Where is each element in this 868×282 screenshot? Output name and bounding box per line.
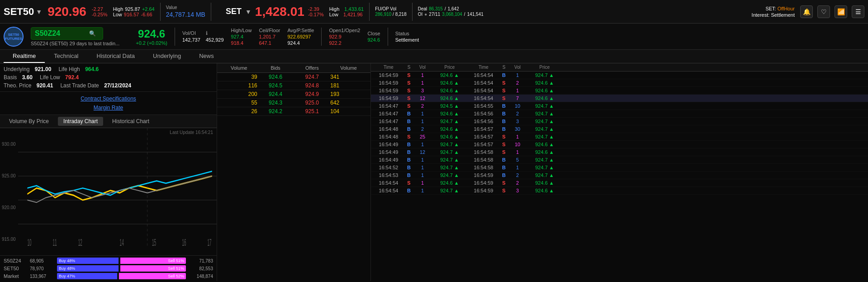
divider1 [160,3,161,21]
open-lbl: Open1/Open2 [329,28,360,33]
tl-side1: S [404,80,413,86]
set-change-block: -2.39 -0.17% [308,6,324,17]
oi-label: OI [418,12,423,17]
tl-qty1: 2 [413,103,432,109]
center-price-block: 924.6 +0.2 (+0.02%) [136,28,167,46]
contract-spec-link[interactable]: Contract Specifications [81,96,136,102]
svg-text:16: 16 [182,237,186,248]
tl-price2: 924.6 ▲ [526,180,563,186]
set-dropdown[interactable]: ▼ [245,8,251,15]
vol-sell-s50z24: 71,783 [190,258,213,263]
tab-historical[interactable]: Historical Data [88,50,144,63]
open1-val: 922.9 [329,34,360,39]
margin-rate-link[interactable]: Margin Rate [94,105,123,111]
tl-price1: 924.6 ▲ [432,126,468,132]
vol-bar-market: Buy 47% Sell 52% [57,273,186,279]
tl-time1: 16:54:59 [373,72,404,78]
vol-buy-label-market: Buy 47% [59,273,75,279]
vol2: 452,929 [206,37,224,43]
ob-hdr-offers: Offers [294,65,331,71]
deal-val1: 86,315 [429,6,443,11]
vol-buy-label-s50z24: Buy 48% [59,258,75,264]
tl-price1: 924.7 ▲ [432,172,468,178]
symbol-dropdown-arrow[interactable]: ▼ [36,8,42,15]
tl-qty1: 1 [413,111,432,116]
set-block: SET ▼ 1,428.01 -2.39 -0.17% [226,5,324,19]
ob-row-2: 200 924.4 924.9 193 [217,90,370,99]
tl-price2: 924.7 ▲ [526,172,563,178]
tab-realtime[interactable]: Realtime [4,50,45,63]
value-label: Value [166,5,205,10]
heart-icon[interactable]: ♡ [817,5,830,18]
status-lbl-sr: Status [395,31,419,36]
tl-qty2: 1 [508,149,526,155]
ob-vol-left-1: 116 [221,82,257,89]
links-block: Contract Specifications Margin Rate [0,92,217,115]
chart-tab-volume[interactable]: Volume By Price [4,117,54,126]
tl-row: 16:54:47 S 2 924.5 ▲ 16:54:55 B 10 924.7… [371,102,868,110]
signal-icon[interactable]: 📶 [835,5,847,18]
tl-price2: 924.6 ▲ [526,88,563,93]
tl-time2: 16:54:59 [468,172,499,178]
vol-bar-sell-s50z24: Sell 51% [120,258,186,264]
tl-side2: S [499,88,508,93]
fuop-vol2: 8,218 [395,12,407,17]
second-row: SET50 FUTURES 🔍 S50Z24 (SET50) 29 days t… [0,24,868,50]
tl-side2: B [499,157,508,163]
tl-time2: 16:54:54 [468,72,499,78]
status-grid: Status Settlement [395,31,419,43]
order-book: Volume Bids Offers Volume 39 924.6 924.7… [217,63,371,281]
search-icon[interactable]: 🔍 [89,30,96,37]
price-change: -2.27 [92,6,108,12]
tl-side1: B [404,149,413,155]
list-icon[interactable]: ☰ [852,5,864,18]
tab-technical[interactable]: Technical [45,50,87,63]
tl-time2: 16:54:58 [468,157,499,163]
deal-val2: 1,642 [448,6,459,11]
vol-buy-market: 133,967 [30,274,53,279]
close-lbl: Close [368,31,380,36]
vol-label-s50z24: S50Z24 [4,258,26,263]
main-symbol[interactable]: SET50 [4,6,34,18]
set-label: SET [226,7,242,16]
price-change-pct: -0.25% [92,12,108,17]
fuop-vol1: 286,910 [375,12,391,17]
bell-icon[interactable]: 🔔 [800,5,813,18]
tl-row: 16:54:59 S 1 924.6 ▲ 16:54:54 S 2 924.6 … [371,79,868,87]
main-content: Underlying 921.00 Life High 964.6 Basis … [0,63,868,281]
ob-offer-1: 924.8 [294,82,331,89]
tl-price1: 924.6 ▲ [432,134,468,139]
symbol-block: SET50 ▼ [4,6,42,18]
tab-news[interactable]: News [190,50,223,63]
search-box[interactable]: 🔍 [31,27,103,40]
change-block: -2.27 -0.25% [92,6,108,17]
symbol-search-block: 🔍 S50Z24 (SET50) 29 days to last tradin.… [31,27,119,46]
vol-sell-label-s50z24: Sell 51% [168,258,184,264]
center-price: 924.6 [138,28,165,40]
tl-price2: 924.7 ▲ [526,157,563,163]
set-change-pct: -0.17% [308,12,324,17]
center-change: +0.2 (+0.02%) [136,40,167,46]
avg-grid: Avg/P.Settle 922.69297 924.4 [287,28,314,46]
chart-section: Volume By Price Intraday Chart Historica… [0,115,217,281]
vol-bar-sell-market: Sell 52% [119,273,186,279]
tl-price1: 924.6 ▲ [432,180,468,186]
deal-oi-block: Deal 86,315 / 1,642 OI ● 27/11 3,068,104… [418,6,484,17]
ob-offer-4: 925.1 [294,108,331,115]
symbol-input[interactable] [35,29,89,38]
tl-row: 16:54:49 B 12 924.7 ▲ 16:54:58 S 1 924.6… [371,148,868,156]
tl-time1: 16:54:59 [373,88,404,93]
hl1: 927.4 [231,34,252,39]
ob-vol-left-2: 200 [221,91,257,97]
vol-label-h: Vol [390,6,396,11]
tl-time2: 16:54:54 [468,96,499,101]
tl-time2: 16:54:57 [468,126,499,132]
tl-price2: 924.7 ▲ [526,165,563,170]
ob-offer-0: 924.7 [294,74,331,80]
tab-underlying[interactable]: Underlying [144,50,190,63]
tl-price1: 924.6 ▲ [432,80,468,86]
tl-qty2: 1 [508,165,526,170]
set-hl-block: High 1,433.61 Low 1,421.96 [329,6,364,17]
chart-tab-historical[interactable]: Historical Chart [107,117,155,126]
chart-tab-intraday[interactable]: Intraday Chart [58,117,103,126]
